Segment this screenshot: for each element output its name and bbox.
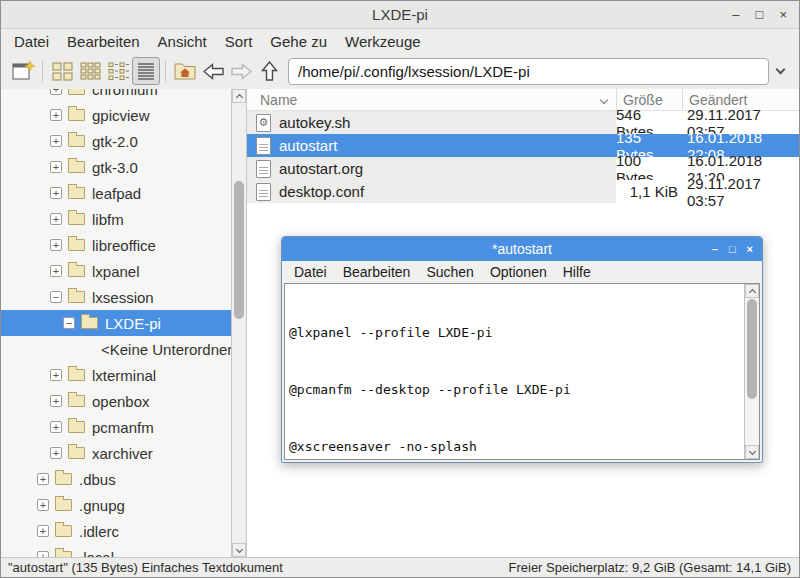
scroll-down-button[interactable] <box>745 445 759 459</box>
path-input[interactable]: /home/pi/.config/lxsession/LXDE-pi <box>288 58 769 85</box>
sidebar-item-idlerc[interactable]: + .idlerc <box>1 518 231 544</box>
expander-plus-icon[interactable]: + <box>50 421 62 433</box>
sidebar-item-gtk-3-0[interactable]: + gtk-3.0 <box>1 154 231 180</box>
menu-sort[interactable]: Sort <box>216 31 262 52</box>
menu-bearbeiten[interactable]: Bearbeiten <box>58 31 149 52</box>
sidebar-item-label: leafpad <box>92 185 141 202</box>
folder-icon <box>55 499 72 511</box>
compact-view-icon <box>108 62 129 81</box>
scroll-up-button[interactable] <box>232 89 246 103</box>
editor-menu-optionen[interactable]: Optionen <box>482 263 555 281</box>
folder-icon <box>68 447 85 459</box>
file-size: 1,1 KiB <box>616 180 682 203</box>
sidebar-item-label: lxpanel <box>92 263 140 280</box>
sidebar-item-leafpad[interactable]: + leafpad <box>1 180 231 206</box>
menu-datei[interactable]: Datei <box>5 31 58 52</box>
folder-icon <box>68 109 85 121</box>
editor-text-area[interactable]: @lxpanel --profile LXDE-pi @pcmanfm --de… <box>285 284 744 459</box>
expander-plus-icon[interactable]: + <box>50 239 62 251</box>
sidebar-item-chromium[interactable]: + chromium <box>1 89 231 102</box>
editor-menu-suchen[interactable]: Suchen <box>418 263 481 281</box>
column-header-name[interactable]: Name <box>247 89 616 110</box>
sidebar-item-lxsession[interactable]: − lxsession <box>1 284 231 310</box>
toolbar: /home/pi/.config/lxsession/LXDE-pi <box>1 53 799 89</box>
editor-menu-hilfe[interactable]: Hilfe <box>555 263 599 281</box>
editor-scrollbar[interactable] <box>744 284 759 459</box>
file-row-desktop-conf[interactable]: desktop.conf 1,1 KiB 29.11.2017 03:57 <box>247 180 799 203</box>
titlebar[interactable]: LXDE-pi – □ × <box>1 1 799 29</box>
compact-view-button[interactable] <box>104 57 132 85</box>
scrollbar-thumb[interactable] <box>234 181 244 319</box>
expander-plus-icon[interactable]: + <box>37 525 49 537</box>
detailed-list-view-button[interactable] <box>132 57 160 85</box>
sidebar-item-label: libfm <box>92 211 124 228</box>
menu-werkzeuge[interactable]: Werkzeuge <box>336 31 430 52</box>
expander-plus-icon[interactable]: + <box>50 161 62 173</box>
sidebar-item-dbus[interactable]: + .dbus <box>1 466 231 492</box>
up-button[interactable] <box>255 57 283 85</box>
expander-plus-icon[interactable]: + <box>50 265 62 277</box>
new-tab-button[interactable] <box>9 57 37 85</box>
sidebar-item-libfm[interactable]: + libfm <box>1 206 231 232</box>
toolbar-separator <box>165 60 166 82</box>
sidebar-item-xarchiver[interactable]: + xarchiver <box>1 440 231 466</box>
editor-menu-bearbeiten[interactable]: Bearbeiten <box>335 263 419 281</box>
home-button[interactable] <box>171 57 199 85</box>
expander-plus-icon[interactable]: + <box>50 369 62 381</box>
close-icon[interactable]: × <box>747 243 753 255</box>
status-free-space: Freier Speicherplatz: 9,2 GiB (Gesamt: 1… <box>509 560 800 575</box>
scrollbar-thumb[interactable] <box>747 299 757 399</box>
expander-plus-icon[interactable]: + <box>50 447 62 459</box>
folder-icon <box>68 369 85 381</box>
minimize-icon[interactable]: – <box>712 243 718 255</box>
sidebar-item-openbox[interactable]: + openbox <box>1 388 231 414</box>
expander-plus-icon[interactable]: + <box>50 109 62 121</box>
forward-button[interactable] <box>227 57 255 85</box>
folder-icon <box>55 525 72 537</box>
expander-plus-icon[interactable]: + <box>50 187 62 199</box>
expander-plus-icon[interactable]: + <box>50 213 62 225</box>
back-button[interactable] <box>199 57 227 85</box>
scroll-up-icon <box>235 93 242 100</box>
menu-ansicht[interactable]: Ansicht <box>149 31 216 52</box>
sort-descending-icon <box>600 95 608 103</box>
file-manager-window: LXDE-pi – □ × Datei Bearbeiten Ansicht S… <box>0 0 800 578</box>
thumbnail-view-button[interactable] <box>76 57 104 85</box>
sidebar-scrollbar[interactable] <box>231 89 247 557</box>
maximize-icon[interactable]: □ <box>756 8 764 21</box>
sidebar-item-pcmanfm[interactable]: + pcmanfm <box>1 414 231 440</box>
path-dropdown-button[interactable] <box>769 69 791 73</box>
sidebar-item-libreoffice[interactable]: + libreoffice <box>1 232 231 258</box>
sidebar-item-gtk-2-0[interactable]: + gtk-2.0 <box>1 128 231 154</box>
file-name: autokey.sh <box>279 114 350 131</box>
sidebar-item-local[interactable]: + .local <box>1 544 231 557</box>
expander-minus-icon[interactable]: − <box>63 317 75 329</box>
scroll-up-button[interactable] <box>745 284 759 298</box>
menu-gehe-zu[interactable]: Gehe zu <box>261 31 336 52</box>
sidebar-item-gnupg[interactable]: + .gnupg <box>1 492 231 518</box>
editor-menu-datei[interactable]: Datei <box>286 263 335 281</box>
expander-plus-icon[interactable]: + <box>50 395 62 407</box>
sidebar-item-label: chromium <box>92 89 158 98</box>
expander-plus-icon[interactable]: + <box>50 135 62 147</box>
expander-minus-icon[interactable]: − <box>50 291 62 303</box>
expander-plus-icon[interactable]: + <box>37 499 49 511</box>
scroll-down-button[interactable] <box>232 543 246 557</box>
maximize-icon[interactable]: □ <box>729 243 736 255</box>
sidebar-item-lxterminal[interactable]: + lxterminal <box>1 362 231 388</box>
sidebar-item-label: libreoffice <box>92 237 156 254</box>
sidebar-item-gpicview[interactable]: + gpicview <box>1 102 231 128</box>
close-icon[interactable]: × <box>779 8 787 21</box>
folder-icon <box>68 421 85 433</box>
editor-titlebar[interactable]: *autostart – □ × <box>282 237 762 261</box>
expander-plus-icon[interactable]: + <box>50 89 62 95</box>
sidebar-item-lxpanel[interactable]: + lxpanel <box>1 258 231 284</box>
minimize-icon[interactable]: – <box>732 8 739 21</box>
home-folder-icon <box>174 62 196 80</box>
expander-plus-icon[interactable]: + <box>37 473 49 485</box>
sidebar-item-label: lxterminal <box>92 367 156 384</box>
thumbnail-view-icon <box>80 62 101 81</box>
sidebar-item-lxde-pi[interactable]: − LXDE-pi <box>1 310 231 336</box>
scroll-up-icon <box>748 288 755 295</box>
icon-view-button[interactable] <box>48 57 76 85</box>
